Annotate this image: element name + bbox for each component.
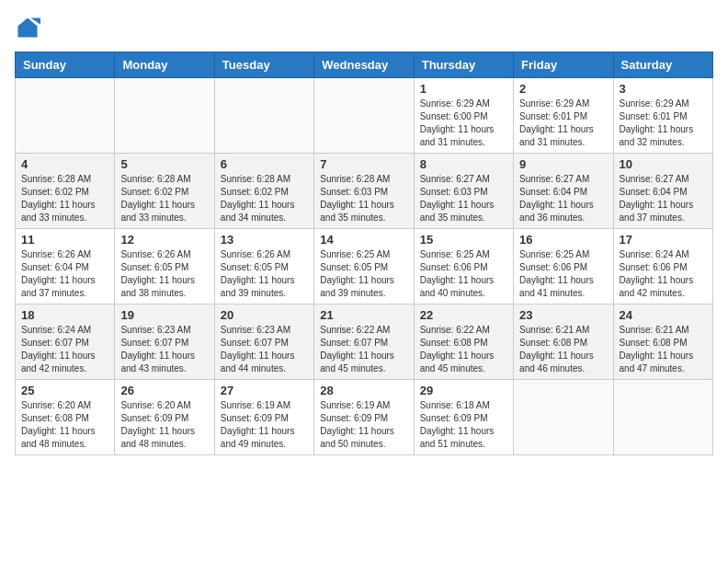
day-number: 10: [620, 157, 707, 171]
calendar-week-row: 4Sunrise: 6:28 AM Sunset: 6:02 PM Daylig…: [16, 154, 713, 229]
day-number: 27: [221, 384, 308, 397]
day-header-sunday: Sunday: [16, 52, 115, 78]
day-number: 13: [221, 233, 308, 247]
calendar-cell: 20Sunrise: 6:23 AM Sunset: 6:07 PM Dayli…: [214, 304, 313, 380]
calendar-cell: 21Sunrise: 6:22 AM Sunset: 6:07 PM Dayli…: [314, 304, 414, 380]
calendar-cell: [514, 380, 613, 455]
day-info: Sunrise: 6:21 AM Sunset: 6:08 PM Dayligh…: [519, 324, 607, 375]
day-info: Sunrise: 6:25 AM Sunset: 6:06 PM Dayligh…: [420, 248, 507, 300]
day-info: Sunrise: 6:29 AM Sunset: 6:01 PM Dayligh…: [620, 98, 707, 149]
calendar-cell: 8Sunrise: 6:27 AM Sunset: 6:03 PM Daylig…: [414, 154, 513, 229]
day-number: 16: [519, 233, 607, 247]
calendar-cell: 13Sunrise: 6:26 AM Sunset: 6:05 PM Dayli…: [214, 229, 313, 304]
day-header-thursday: Thursday: [414, 52, 513, 78]
calendar-week-row: 1Sunrise: 6:29 AM Sunset: 6:00 PM Daylig…: [16, 78, 713, 154]
day-number: 17: [620, 233, 707, 247]
day-number: 4: [21, 157, 108, 171]
calendar-cell: 18Sunrise: 6:24 AM Sunset: 6:07 PM Dayli…: [16, 304, 115, 380]
day-number: 18: [21, 308, 108, 322]
calendar-cell: 29Sunrise: 6:18 AM Sunset: 6:09 PM Dayli…: [414, 380, 513, 455]
logo: [15, 15, 44, 40]
day-info: Sunrise: 6:24 AM Sunset: 6:06 PM Dayligh…: [620, 248, 707, 300]
calendar-cell: 9Sunrise: 6:27 AM Sunset: 6:04 PM Daylig…: [514, 154, 613, 229]
calendar-body: 1Sunrise: 6:29 AM Sunset: 6:00 PM Daylig…: [16, 78, 713, 455]
day-number: 6: [221, 157, 308, 171]
calendar-cell: 27Sunrise: 6:19 AM Sunset: 6:09 PM Dayli…: [214, 380, 313, 455]
day-number: 11: [21, 233, 108, 247]
day-number: 24: [620, 308, 707, 322]
day-number: 19: [120, 308, 208, 322]
day-info: Sunrise: 6:26 AM Sunset: 6:04 PM Dayligh…: [21, 248, 108, 300]
day-info: Sunrise: 6:24 AM Sunset: 6:07 PM Dayligh…: [21, 324, 108, 375]
calendar-cell: 15Sunrise: 6:25 AM Sunset: 6:06 PM Dayli…: [414, 229, 513, 304]
day-info: Sunrise: 6:28 AM Sunset: 6:03 PM Dayligh…: [320, 173, 407, 224]
calendar-cell: 22Sunrise: 6:22 AM Sunset: 6:08 PM Dayli…: [414, 304, 513, 380]
day-number: 7: [320, 157, 407, 171]
day-info: Sunrise: 6:25 AM Sunset: 6:05 PM Dayligh…: [320, 248, 407, 300]
calendar-cell: 11Sunrise: 6:26 AM Sunset: 6:04 PM Dayli…: [16, 229, 115, 304]
day-number: 9: [519, 157, 607, 171]
calendar-cell: [16, 78, 115, 154]
calendar-cell: [115, 78, 214, 154]
day-number: 5: [120, 157, 208, 171]
calendar-header: SundayMondayTuesdayWednesdayThursdayFrid…: [16, 52, 713, 78]
calendar-cell: 3Sunrise: 6:29 AM Sunset: 6:01 PM Daylig…: [613, 78, 712, 154]
day-number: 3: [620, 82, 707, 96]
day-number: 14: [320, 233, 407, 247]
calendar-cell: 24Sunrise: 6:21 AM Sunset: 6:08 PM Dayli…: [613, 304, 712, 380]
calendar-cell: [314, 78, 414, 154]
calendar-cell: 6Sunrise: 6:28 AM Sunset: 6:02 PM Daylig…: [214, 154, 313, 229]
day-info: Sunrise: 6:22 AM Sunset: 6:07 PM Dayligh…: [320, 324, 407, 375]
day-info: Sunrise: 6:19 AM Sunset: 6:09 PM Dayligh…: [221, 399, 308, 451]
day-number: 12: [120, 233, 208, 247]
day-info: Sunrise: 6:29 AM Sunset: 6:01 PM Dayligh…: [519, 98, 607, 149]
day-info: Sunrise: 6:19 AM Sunset: 6:09 PM Dayligh…: [320, 399, 407, 451]
day-info: Sunrise: 6:26 AM Sunset: 6:05 PM Dayligh…: [221, 248, 308, 300]
day-number: 21: [320, 308, 407, 322]
day-number: 23: [519, 308, 607, 322]
calendar-cell: 12Sunrise: 6:26 AM Sunset: 6:05 PM Dayli…: [115, 229, 214, 304]
day-header-friday: Friday: [514, 52, 613, 78]
svg-marker-0: [18, 18, 38, 38]
calendar-week-row: 18Sunrise: 6:24 AM Sunset: 6:07 PM Dayli…: [16, 304, 713, 380]
calendar-cell: 4Sunrise: 6:28 AM Sunset: 6:02 PM Daylig…: [16, 154, 115, 229]
day-header-monday: Monday: [115, 52, 214, 78]
calendar-cell: 1Sunrise: 6:29 AM Sunset: 6:00 PM Daylig…: [414, 78, 513, 154]
day-info: Sunrise: 6:28 AM Sunset: 6:02 PM Dayligh…: [120, 173, 208, 224]
day-info: Sunrise: 6:28 AM Sunset: 6:02 PM Dayligh…: [21, 173, 108, 224]
day-info: Sunrise: 6:23 AM Sunset: 6:07 PM Dayligh…: [221, 324, 308, 375]
day-number: 22: [420, 308, 507, 322]
day-number: 2: [519, 82, 607, 96]
logo-icon: [15, 15, 40, 40]
day-header-tuesday: Tuesday: [214, 52, 313, 78]
calendar-cell: 14Sunrise: 6:25 AM Sunset: 6:05 PM Dayli…: [314, 229, 414, 304]
day-info: Sunrise: 6:20 AM Sunset: 6:08 PM Dayligh…: [21, 399, 108, 451]
day-info: Sunrise: 6:22 AM Sunset: 6:08 PM Dayligh…: [420, 324, 507, 375]
calendar-cell: 5Sunrise: 6:28 AM Sunset: 6:02 PM Daylig…: [115, 154, 214, 229]
day-number: 1: [420, 82, 507, 96]
calendar-cell: 2Sunrise: 6:29 AM Sunset: 6:01 PM Daylig…: [514, 78, 613, 154]
day-info: Sunrise: 6:21 AM Sunset: 6:08 PM Dayligh…: [620, 324, 707, 375]
calendar-table: SundayMondayTuesdayWednesdayThursdayFrid…: [15, 52, 713, 455]
day-number: 20: [221, 308, 308, 322]
day-number: 15: [420, 233, 507, 247]
calendar-week-row: 11Sunrise: 6:26 AM Sunset: 6:04 PM Dayli…: [16, 229, 713, 304]
day-info: Sunrise: 6:23 AM Sunset: 6:07 PM Dayligh…: [120, 324, 208, 375]
calendar-cell: 25Sunrise: 6:20 AM Sunset: 6:08 PM Dayli…: [16, 380, 115, 455]
day-info: Sunrise: 6:18 AM Sunset: 6:09 PM Dayligh…: [420, 399, 507, 451]
day-number: 29: [420, 384, 507, 397]
day-number: 26: [120, 384, 208, 397]
calendar-cell: 16Sunrise: 6:25 AM Sunset: 6:06 PM Dayli…: [514, 229, 613, 304]
day-info: Sunrise: 6:28 AM Sunset: 6:02 PM Dayligh…: [221, 173, 308, 224]
day-number: 28: [320, 384, 407, 397]
day-headers-row: SundayMondayTuesdayWednesdayThursdayFrid…: [16, 52, 713, 78]
day-info: Sunrise: 6:25 AM Sunset: 6:06 PM Dayligh…: [519, 248, 607, 300]
calendar-cell: 7Sunrise: 6:28 AM Sunset: 6:03 PM Daylig…: [314, 154, 414, 229]
calendar-cell: 26Sunrise: 6:20 AM Sunset: 6:09 PM Dayli…: [115, 380, 214, 455]
calendar-cell: [214, 78, 313, 154]
calendar-cell: [613, 380, 712, 455]
calendar-cell: 19Sunrise: 6:23 AM Sunset: 6:07 PM Dayli…: [115, 304, 214, 380]
day-info: Sunrise: 6:26 AM Sunset: 6:05 PM Dayligh…: [120, 248, 208, 300]
day-info: Sunrise: 6:27 AM Sunset: 6:04 PM Dayligh…: [519, 173, 607, 224]
calendar-week-row: 25Sunrise: 6:20 AM Sunset: 6:08 PM Dayli…: [16, 380, 713, 455]
